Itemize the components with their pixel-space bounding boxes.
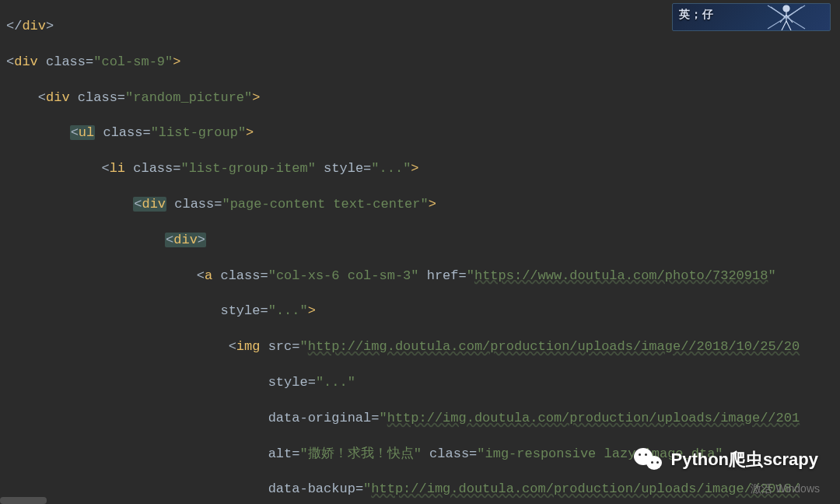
tag-div-col9: <div xyxy=(6,54,38,69)
val-col9: col-sm-9 xyxy=(101,54,165,69)
badge-label: 英；仔 xyxy=(679,8,714,22)
tag-div-random: <div xyxy=(38,90,70,105)
val-lgi: list-group-item xyxy=(189,161,308,176)
folded-style[interactable]: ... xyxy=(380,161,404,176)
val-pc: page-content text-center xyxy=(230,197,421,212)
matched-tag-ul-open: <ul xyxy=(70,125,96,140)
img1-orig: http://img.doutula.com/production/upload… xyxy=(387,411,800,425)
tag-a1-open: <a xyxy=(197,268,212,283)
tag-li: <li xyxy=(101,161,125,176)
folded-style[interactable]: ... xyxy=(324,375,348,390)
val-random: random_picture xyxy=(133,90,244,105)
tag-div-close: </div> xyxy=(6,19,54,33)
svg-point-0 xyxy=(783,5,789,12)
matched-tag-div-inner: <div> xyxy=(165,233,206,247)
img1-src: http://img.doutula.com/production/upload… xyxy=(308,339,800,354)
game-promo-badge[interactable]: 英；仔 xyxy=(672,3,831,31)
val-lg: list-group xyxy=(159,125,238,140)
matched-tag-div-pc: <div xyxy=(133,197,166,212)
img1-bak: http://img.doutula.com/production/upload… xyxy=(371,481,800,496)
warrior-icon xyxy=(744,3,830,31)
wechat-icon xyxy=(632,443,665,476)
wechat-label: Python爬虫scrapy xyxy=(671,448,819,471)
activate-windows-label: 激活 Windows xyxy=(751,482,820,496)
href-photo1: https://www.doutula.com/photo/7320918 xyxy=(474,268,768,283)
folded-style[interactable]: ... xyxy=(276,303,300,318)
attr-class: class xyxy=(46,54,86,69)
img1-alt: 撒娇！求我！快点 xyxy=(308,446,414,461)
val-acol: col-xs-6 col-sm-3 xyxy=(276,268,411,283)
tag-img1: <img xyxy=(229,339,261,354)
horizontal-scrollbar-thumb[interactable] xyxy=(0,497,47,504)
code-editor[interactable]: </div> <div class="col-sm-9"> <div class… xyxy=(0,0,840,504)
wechat-watermark: Python爬虫scrapy xyxy=(632,443,819,476)
